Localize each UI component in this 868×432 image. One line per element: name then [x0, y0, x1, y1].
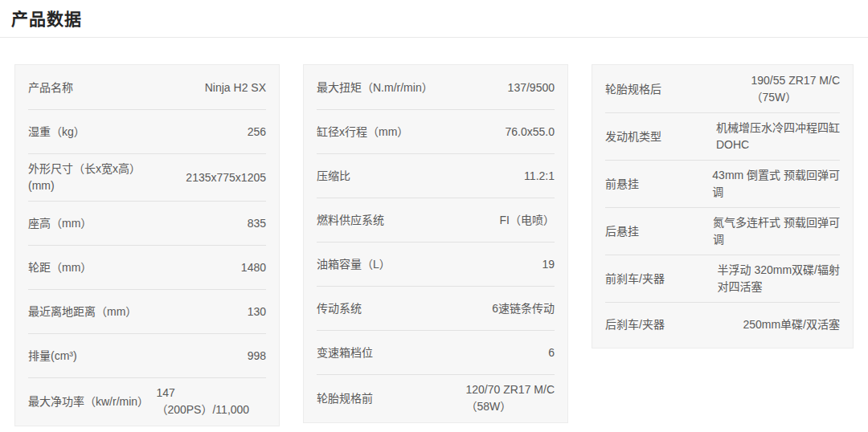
spec-row: 产品名称 Ninja H2 SX — [28, 66, 266, 110]
spec-row: 轮距（mm） 1480 — [28, 246, 266, 290]
spec-value: 1480 — [241, 259, 266, 276]
spec-value: 2135x775x1205 — [186, 169, 266, 186]
spec-row: 前刹车/夹器 半浮动 320mm双碟/辐射 对四活塞 — [605, 255, 840, 303]
spec-label: 油箱容量（L） — [317, 256, 400, 273]
spec-value: FI（电喷） — [500, 212, 555, 229]
spec-row: 最近离地距离（mm） 130 — [28, 290, 266, 334]
spec-label: 最大扭矩（N.m/r/min） — [317, 79, 443, 96]
spec-value: 19 — [542, 256, 555, 273]
spec-value: 137/9500 — [508, 79, 555, 96]
page-header: 产品数据 — [0, 0, 868, 29]
spec-row: 后悬挂 氮气多连杆式 预载回弹可 调 — [605, 208, 840, 255]
spec-row: 轮胎规格后 190/55 ZR17 M/C （75W） — [605, 66, 840, 113]
spec-label: 外形尺寸（长x宽x高） (mm) — [28, 161, 150, 194]
spec-value: 190/55 ZR17 M/C （75W） — [751, 72, 841, 106]
spec-label: 燃料供应系统 — [317, 212, 394, 229]
spec-value: 6速链条传动 — [492, 300, 555, 317]
spec-label: 最近离地距离（mm） — [28, 304, 146, 320]
spec-label: 最大净功率（kw/r/min） — [28, 393, 156, 410]
spec-value: 氮气多连杆式 预载回弹可 调 — [713, 214, 840, 248]
spec-value: 147（200PS）/11,000 — [156, 385, 266, 418]
spec-panels: 产品名称 Ninja H2 SX 湿重（kg） 256 外形尺寸（长x宽x高） … — [0, 38, 868, 426]
spec-label: 轮胎规格后 — [605, 81, 671, 98]
spec-value: 250mm单碟/双活塞 — [743, 316, 840, 333]
spec-row: 燃料供应系统 FI（电喷） — [317, 198, 555, 242]
spec-row: 排量(cm³) 998 — [28, 334, 266, 378]
spec-value: 11.2:1 — [524, 168, 555, 185]
spec-label: 座高（mm） — [28, 215, 101, 232]
spec-label: 缸径x行程（mm） — [317, 124, 418, 141]
spec-row: 变速箱档位 6 — [317, 331, 555, 375]
spec-row: 前悬挂 43mm 倒置式 预载回弹可 调 — [605, 161, 840, 208]
spec-label: 变速箱档位 — [317, 344, 383, 361]
spec-value: 998 — [248, 348, 266, 365]
spec-row: 后刹车/夹器 250mm单碟/双活塞 — [605, 303, 840, 347]
spec-label: 前悬挂 — [605, 176, 649, 193]
spec-value: 76.0x55.0 — [506, 124, 555, 141]
spec-label: 轮胎规格前 — [317, 390, 383, 407]
spec-label: 轮距（mm） — [28, 259, 101, 276]
spec-value: Ninja H2 SX — [205, 79, 266, 96]
spec-table-right: 轮胎规格后 190/55 ZR17 M/C （75W） 发动机类型 机械增压水冷… — [592, 64, 854, 348]
spec-label: 排量(cm³) — [28, 348, 87, 365]
spec-value: 130 — [248, 304, 266, 320]
spec-row: 最大净功率（kw/r/min） 147（200PS）/11,000 — [28, 378, 266, 425]
spec-row: 压缩比 11.2:1 — [317, 154, 555, 198]
spec-row: 湿重（kg） 256 — [28, 110, 266, 154]
spec-label: 后刹车/夹器 — [605, 316, 674, 333]
spec-value: 256 — [248, 124, 266, 141]
spec-row: 油箱容量（L） 19 — [317, 242, 555, 287]
spec-label: 湿重（kg） — [28, 124, 95, 141]
spec-row: 外形尺寸（长x宽x高） (mm) 2135x775x1205 — [28, 154, 266, 202]
spec-row: 发动机类型 机械增压水冷四冲程四缸 DOHC — [605, 113, 840, 161]
spec-row: 轮胎规格前 120/70 ZR17 M/C （58W） — [317, 375, 555, 422]
spec-value: 835 — [248, 215, 266, 232]
spec-label: 产品名称 — [28, 79, 83, 96]
spec-value: 半浮动 320mm双碟/辐射 对四活塞 — [718, 262, 840, 295]
spec-row: 座高（mm） 835 — [28, 202, 266, 246]
spec-label: 压缩比 — [317, 168, 360, 185]
spec-label: 后悬挂 — [605, 223, 649, 240]
spec-label: 发动机类型 — [605, 128, 671, 145]
spec-row: 传动系统 6速链条传动 — [317, 287, 555, 331]
spec-value: 43mm 倒置式 预载回弹可 调 — [712, 167, 840, 201]
spec-value: 6 — [548, 344, 555, 361]
page-title: 产品数据 — [11, 9, 868, 29]
spec-label: 传动系统 — [317, 300, 371, 317]
spec-table-middle: 最大扭矩（N.m/r/min） 137/9500 缸径x行程（mm） 76.0x… — [303, 64, 568, 423]
spec-row: 缸径x行程（mm） 76.0x55.0 — [317, 110, 555, 154]
spec-value: 机械增压水冷四冲程四缸 DOHC — [716, 120, 840, 153]
spec-value: 120/70 ZR17 M/C （58W） — [466, 381, 555, 415]
spec-row: 最大扭矩（N.m/r/min） 137/9500 — [317, 66, 555, 110]
spec-label: 前刹车/夹器 — [605, 271, 674, 287]
spec-table-left: 产品名称 Ninja H2 SX 湿重（kg） 256 外形尺寸（长x宽x高） … — [14, 64, 280, 426]
